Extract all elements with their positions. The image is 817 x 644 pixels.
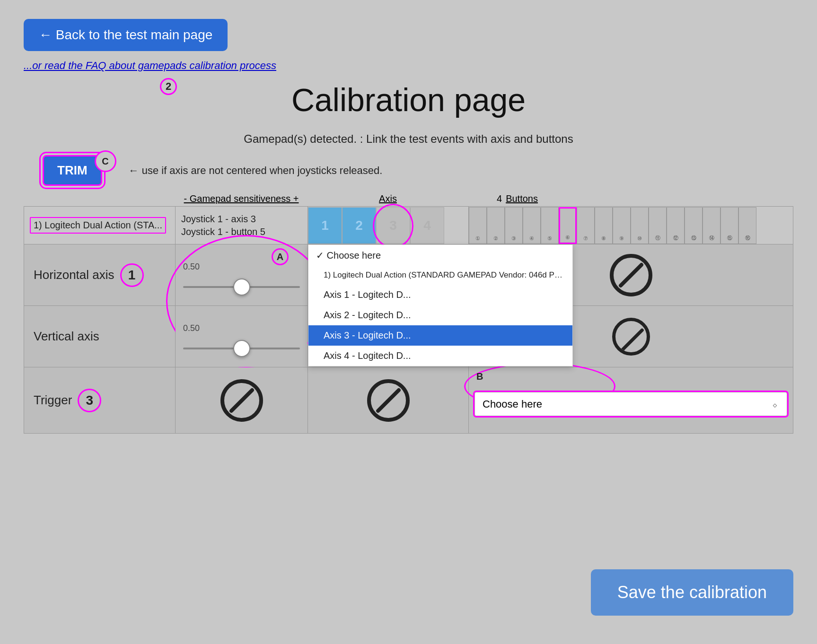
col-header-axis: Axis xyxy=(307,193,468,204)
btn-14: ⑭ xyxy=(703,207,720,244)
btn-8: ⑧ xyxy=(595,207,613,244)
btn-1: ① xyxy=(469,207,487,244)
horizontal-slider-cell: A 0.50 xyxy=(176,244,308,306)
detected-text: Gamepad(s) detected. : Link the test eve… xyxy=(24,132,793,146)
btn-9: ⑨ xyxy=(613,207,631,244)
no-entry-h xyxy=(610,254,652,296)
vertical-axis-label-cell: Vertical axis xyxy=(24,306,176,367)
back-button[interactable]: ← Back to the test main page xyxy=(24,19,228,51)
vertical-slider-cell: 0.50 xyxy=(176,306,308,367)
calibration-table: 1) Logitech Dual Action (STA... Joystick… xyxy=(24,206,793,434)
gamepad-name: 1) Logitech Dual Action (STA... xyxy=(30,217,166,234)
trigger-axis-cell xyxy=(308,367,469,434)
btn-16: ⑯ xyxy=(738,207,756,244)
btn-13: ⑬ xyxy=(685,207,703,244)
save-calibration-button[interactable]: Save the calibration xyxy=(591,569,793,616)
trigger-select-wrapper: Choose here ⬦ xyxy=(474,392,787,416)
axis-dropdown-menu[interactable]: Choose here 1) Logitech Dual Action (STA… xyxy=(308,244,573,366)
btn-5: ⑤ xyxy=(541,207,559,244)
no-entry-trigger-left xyxy=(220,379,263,422)
dropdown-gamepad-name[interactable]: 1) Logitech Dual Action (STANDARD GAMEPA… xyxy=(308,266,572,285)
btn-2: ② xyxy=(487,207,505,244)
h-slider-knob[interactable] xyxy=(233,278,250,296)
v-slider-knob[interactable] xyxy=(233,340,250,357)
dropdown-axis2[interactable]: Axis 2 - Logitech D... xyxy=(308,305,572,325)
page-title: Calibration page xyxy=(24,81,793,118)
trigger-label: Trigger xyxy=(34,393,72,408)
a-annotation: A xyxy=(272,248,289,265)
no-entry-trigger-mid xyxy=(367,379,410,422)
horizontal-axis-label: Horizontal axis xyxy=(34,268,114,282)
gamepad-axis-cell: Joystick 1 - axis 3 Joystick 1 - button … xyxy=(176,207,308,244)
axis-bar-1: 1 xyxy=(308,207,342,244)
trim-button[interactable]: TRIM xyxy=(43,155,102,186)
axis-viz-cell: 1 2 3 4 2 xyxy=(308,207,469,244)
trigger-slider-cell xyxy=(176,367,308,434)
num4-label: 4 xyxy=(497,193,502,204)
trigger-row: Trigger 3 B Choose here xyxy=(24,367,793,434)
trim-note: ← use if axis are not centered when joys… xyxy=(129,165,383,177)
btn-7: ⑦ xyxy=(577,207,595,244)
btn-15: ⑮ xyxy=(720,207,738,244)
dropdown-axis4[interactable]: Axis 4 - Logitech D... xyxy=(308,346,572,366)
trigger-num: 3 xyxy=(78,389,101,412)
trigger-dropdown[interactable]: Choose here xyxy=(474,392,787,416)
axis-bar-3: 3 xyxy=(376,207,410,244)
vertical-axis-label: Vertical axis xyxy=(34,329,99,343)
btn-6: ⑥ xyxy=(559,207,577,244)
dropdown-choose-here[interactable]: Choose here xyxy=(308,245,572,266)
trigger-label-cell: Trigger 3 xyxy=(24,367,176,434)
b-annotation-label: B xyxy=(476,371,483,382)
gamepad-axis-label: Joystick 1 - axis 3 xyxy=(181,214,302,225)
dropdown-axis3[interactable]: Axis 3 - Logitech D... xyxy=(308,325,572,346)
btn-4: ④ xyxy=(523,207,541,244)
faq-link[interactable]: ...or read the FAQ about gamepads calibr… xyxy=(24,60,793,72)
axis-bar-4: 4 xyxy=(410,207,444,244)
trigger-buttons-cell: B Choose here ⬦ xyxy=(469,367,793,434)
trim-c-label: C xyxy=(95,150,116,172)
horizontal-axis-dropdown-cell: Choose here 1) Logitech Dual Action (STA… xyxy=(308,244,469,306)
horizontal-axis-label-cell: Horizontal axis 1 xyxy=(24,244,176,306)
buttons-viz-cell: ① ② ③ ④ ⑤ ⑥ ⑦ ⑧ ⑨ ⑩ ⑪ ⑫ ⑬ ⑭ ⑮ ⑯ xyxy=(469,207,793,244)
horizontal-axis-num: 1 xyxy=(120,263,144,287)
v-slider-value: 0.50 xyxy=(183,323,300,333)
num2-annotation: 2 xyxy=(160,78,177,95)
gamepad-row: 1) Logitech Dual Action (STA... Joystick… xyxy=(24,207,793,244)
dropdown-axis1[interactable]: Axis 1 - Logitech D... xyxy=(308,285,572,305)
axis-bar-2: 2 xyxy=(342,207,376,244)
gamepad-button-label: Joystick 1 - button 5 xyxy=(181,226,302,237)
gamepad-name-cell: 1) Logitech Dual Action (STA... xyxy=(24,207,176,244)
btn-10: ⑩ xyxy=(631,207,649,244)
btn-12: ⑫ xyxy=(667,207,685,244)
horizontal-axis-row: Horizontal axis 1 A 0.50 Choose here 1) … xyxy=(24,244,793,306)
col-header-buttons: Buttons xyxy=(506,193,538,204)
btn-3: ③ xyxy=(505,207,523,244)
col-header-sensitivity: - Gamepad sensitiveness + xyxy=(175,193,307,204)
btn-11: ⑪ xyxy=(649,207,667,244)
